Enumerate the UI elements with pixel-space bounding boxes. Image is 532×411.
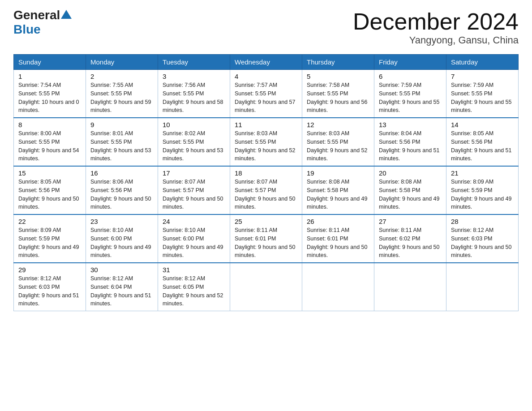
- day-number: 13: [379, 121, 442, 128]
- day-info: Sunrise: 8:11 AMSunset: 6:02 PMDaylight:…: [379, 227, 440, 258]
- logo-general-text: General: [13, 9, 60, 21]
- day-info: Sunrise: 8:09 AMSunset: 5:59 PMDaylight:…: [451, 179, 512, 210]
- calendar-day-cell: 29 Sunrise: 8:12 AMSunset: 6:03 PMDaylig…: [14, 263, 86, 311]
- day-number: 31: [163, 266, 225, 274]
- day-info: Sunrise: 8:00 AMSunset: 5:55 PMDaylight:…: [18, 130, 79, 162]
- day-info: Sunrise: 8:01 AMSunset: 5:55 PMDaylight:…: [90, 130, 151, 162]
- logo-blue-text: Blue: [13, 22, 41, 36]
- day-number: 29: [18, 266, 81, 274]
- day-info: Sunrise: 7:59 AMSunset: 5:55 PMDaylight:…: [451, 82, 512, 113]
- day-info: Sunrise: 8:08 AMSunset: 5:58 PMDaylight:…: [379, 179, 440, 210]
- col-sunday: Sunday: [14, 55, 86, 70]
- calendar-day-cell: 15 Sunrise: 8:05 AMSunset: 5:56 PMDaylig…: [14, 166, 86, 214]
- day-number: 24: [163, 218, 225, 225]
- calendar-body: 1 Sunrise: 7:54 AMSunset: 5:55 PMDayligh…: [14, 70, 519, 311]
- calendar-day-cell: [302, 263, 374, 311]
- day-number: 14: [451, 121, 514, 128]
- day-number: 17: [163, 169, 225, 177]
- calendar-day-cell: 18 Sunrise: 8:07 AMSunset: 5:57 PMDaylig…: [230, 166, 302, 214]
- day-info: Sunrise: 8:03 AMSunset: 5:55 PMDaylight:…: [235, 130, 296, 162]
- calendar-day-cell: 3 Sunrise: 7:56 AMSunset: 5:55 PMDayligh…: [158, 70, 230, 118]
- day-info: Sunrise: 7:58 AMSunset: 5:55 PMDaylight:…: [307, 82, 368, 113]
- calendar-day-cell: 7 Sunrise: 7:59 AMSunset: 5:55 PMDayligh…: [446, 70, 519, 118]
- day-number: 9: [90, 121, 153, 128]
- day-number: 12: [307, 121, 369, 128]
- day-number: 1: [18, 73, 81, 80]
- calendar-day-cell: 13 Sunrise: 8:04 AMSunset: 5:56 PMDaylig…: [374, 118, 446, 166]
- calendar-week-row: 22 Sunrise: 8:09 AMSunset: 5:59 PMDaylig…: [14, 214, 519, 263]
- day-number: 4: [235, 73, 297, 80]
- day-number: 8: [18, 121, 81, 128]
- day-number: 11: [235, 121, 297, 128]
- calendar-day-cell: 27 Sunrise: 8:11 AMSunset: 6:02 PMDaylig…: [374, 214, 446, 263]
- calendar-day-cell: 23 Sunrise: 8:10 AMSunset: 6:00 PMDaylig…: [86, 214, 158, 263]
- day-info: Sunrise: 8:02 AMSunset: 5:55 PMDaylight:…: [163, 130, 223, 162]
- calendar-day-cell: 11 Sunrise: 8:03 AMSunset: 5:55 PMDaylig…: [230, 118, 302, 166]
- month-title: December 2024: [353, 9, 519, 34]
- calendar-day-cell: 28 Sunrise: 8:12 AMSunset: 6:03 PMDaylig…: [446, 214, 519, 263]
- day-info: Sunrise: 8:12 AMSunset: 6:05 PMDaylight:…: [163, 275, 223, 307]
- day-number: 30: [90, 266, 153, 274]
- day-number: 18: [235, 169, 297, 177]
- day-info: Sunrise: 8:08 AMSunset: 5:58 PMDaylight:…: [307, 179, 368, 210]
- day-number: 5: [307, 73, 369, 80]
- day-info: Sunrise: 7:55 AMSunset: 5:55 PMDaylight:…: [90, 82, 151, 113]
- col-thursday: Thursday: [302, 55, 374, 70]
- day-number: 28: [451, 218, 514, 225]
- day-number: 7: [451, 73, 514, 80]
- day-number: 19: [307, 169, 369, 177]
- calendar-day-cell: 31 Sunrise: 8:12 AMSunset: 6:05 PMDaylig…: [158, 263, 230, 311]
- calendar-day-cell: 17 Sunrise: 8:07 AMSunset: 5:57 PMDaylig…: [158, 166, 230, 214]
- calendar-day-cell: 9 Sunrise: 8:01 AMSunset: 5:55 PMDayligh…: [86, 118, 158, 166]
- logo: General Blue: [13, 9, 73, 37]
- calendar-day-cell: 6 Sunrise: 7:59 AMSunset: 5:55 PMDayligh…: [374, 70, 446, 118]
- day-number: 27: [379, 218, 442, 225]
- col-monday: Monday: [86, 55, 158, 70]
- day-info: Sunrise: 7:57 AMSunset: 5:55 PMDaylight:…: [235, 82, 296, 113]
- day-number: 15: [18, 169, 81, 177]
- day-number: 6: [379, 73, 442, 80]
- day-info: Sunrise: 8:11 AMSunset: 6:01 PMDaylight:…: [307, 227, 368, 258]
- calendar-day-cell: 1 Sunrise: 7:54 AMSunset: 5:55 PMDayligh…: [14, 70, 86, 118]
- day-number: 2: [90, 73, 153, 80]
- calendar-day-cell: 5 Sunrise: 7:58 AMSunset: 5:55 PMDayligh…: [302, 70, 374, 118]
- calendar-week-row: 15 Sunrise: 8:05 AMSunset: 5:56 PMDaylig…: [14, 166, 519, 214]
- calendar-day-cell: 21 Sunrise: 8:09 AMSunset: 5:59 PMDaylig…: [446, 166, 519, 214]
- calendar-day-cell: 8 Sunrise: 8:00 AMSunset: 5:55 PMDayligh…: [14, 118, 86, 166]
- day-number: 16: [90, 169, 153, 177]
- header-row: Sunday Monday Tuesday Wednesday Thursday…: [14, 55, 519, 70]
- col-saturday: Saturday: [446, 55, 519, 70]
- col-wednesday: Wednesday: [230, 55, 302, 70]
- day-info: Sunrise: 8:07 AMSunset: 5:57 PMDaylight:…: [235, 179, 296, 210]
- calendar-day-cell: 22 Sunrise: 8:09 AMSunset: 5:59 PMDaylig…: [14, 214, 86, 263]
- day-number: 25: [235, 218, 297, 225]
- calendar-day-cell: 14 Sunrise: 8:05 AMSunset: 5:56 PMDaylig…: [446, 118, 519, 166]
- day-info: Sunrise: 8:05 AMSunset: 5:56 PMDaylight:…: [451, 130, 512, 162]
- day-info: Sunrise: 8:12 AMSunset: 6:03 PMDaylight:…: [18, 275, 79, 307]
- calendar-day-cell: [446, 263, 519, 311]
- day-info: Sunrise: 8:04 AMSunset: 5:56 PMDaylight:…: [379, 130, 440, 162]
- logo-triangle-icon: [61, 10, 72, 19]
- calendar-day-cell: 24 Sunrise: 8:10 AMSunset: 6:00 PMDaylig…: [158, 214, 230, 263]
- day-info: Sunrise: 8:10 AMSunset: 6:00 PMDaylight:…: [90, 227, 151, 258]
- day-info: Sunrise: 8:03 AMSunset: 5:55 PMDaylight:…: [307, 130, 368, 162]
- day-number: 22: [18, 218, 81, 225]
- calendar-day-cell: 12 Sunrise: 8:03 AMSunset: 5:55 PMDaylig…: [302, 118, 374, 166]
- day-number: 26: [307, 218, 369, 225]
- calendar-day-cell: 26 Sunrise: 8:11 AMSunset: 6:01 PMDaylig…: [302, 214, 374, 263]
- calendar-day-cell: [230, 263, 302, 311]
- calendar-day-cell: 20 Sunrise: 8:08 AMSunset: 5:58 PMDaylig…: [374, 166, 446, 214]
- calendar-day-cell: 4 Sunrise: 7:57 AMSunset: 5:55 PMDayligh…: [230, 70, 302, 118]
- day-number: 10: [163, 121, 225, 128]
- day-info: Sunrise: 7:56 AMSunset: 5:55 PMDaylight:…: [163, 82, 223, 113]
- day-info: Sunrise: 7:54 AMSunset: 5:55 PMDaylight:…: [18, 82, 79, 113]
- calendar-day-cell: 16 Sunrise: 8:06 AMSunset: 5:56 PMDaylig…: [86, 166, 158, 214]
- day-info: Sunrise: 8:06 AMSunset: 5:56 PMDaylight:…: [90, 179, 151, 210]
- calendar-week-row: 1 Sunrise: 7:54 AMSunset: 5:55 PMDayligh…: [14, 70, 519, 118]
- day-info: Sunrise: 8:09 AMSunset: 5:59 PMDaylight:…: [18, 227, 79, 258]
- day-info: Sunrise: 8:07 AMSunset: 5:57 PMDaylight:…: [163, 179, 223, 210]
- calendar-day-cell: 2 Sunrise: 7:55 AMSunset: 5:55 PMDayligh…: [86, 70, 158, 118]
- calendar-header: Sunday Monday Tuesday Wednesday Thursday…: [14, 55, 519, 70]
- day-info: Sunrise: 8:05 AMSunset: 5:56 PMDaylight:…: [18, 179, 79, 210]
- calendar-week-row: 29 Sunrise: 8:12 AMSunset: 6:03 PMDaylig…: [14, 263, 519, 311]
